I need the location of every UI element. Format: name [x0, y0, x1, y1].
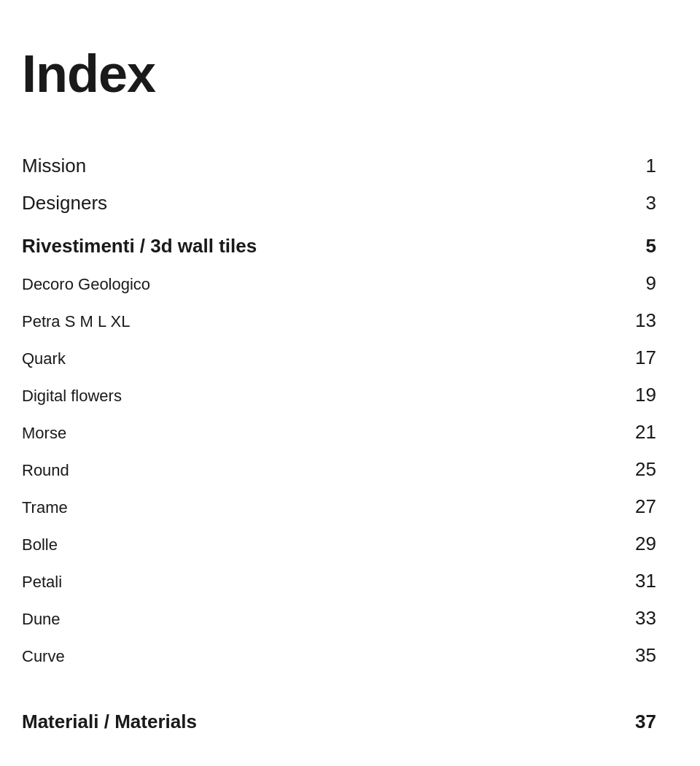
entry-label-digital-flowers: Digital flowers	[22, 387, 122, 406]
entry-label-designers: Designers	[22, 192, 107, 214]
entry-page-rivestimenti: 5	[627, 235, 656, 258]
entry-page-petra: 13	[627, 309, 656, 332]
index-entry-quark: Quark 17	[22, 339, 656, 376]
entry-label-petra: Petra S M L XL	[22, 312, 130, 331]
entry-page-mission: 1	[627, 155, 656, 177]
index-entry-digital-flowers: Digital flowers 19	[22, 376, 656, 414]
index-entry-trame: Trame 27	[22, 488, 656, 525]
entry-label-trame: Trame	[22, 498, 68, 517]
entry-label-dune: Dune	[22, 610, 61, 629]
entry-page-decoro-geologico: 9	[627, 272, 656, 295]
entry-page-digital-flowers: 19	[627, 384, 656, 406]
entry-label-bolle: Bolle	[22, 535, 58, 554]
entry-page-trame: 27	[627, 495, 656, 518]
entry-label-rivestimenti: Rivestimenti / 3d wall tiles	[22, 235, 257, 258]
index-entry-designers: Designers 3	[22, 185, 656, 222]
index-table: Mission 1 Designers 3 Rivestimenti / 3d …	[22, 147, 656, 740]
entry-label-petali: Petali	[22, 573, 62, 592]
entry-page-quark: 17	[627, 347, 656, 369]
entry-page-petali: 31	[627, 570, 656, 592]
index-entry-morse: Morse 21	[22, 414, 656, 451]
entry-page-morse: 21	[627, 421, 656, 444]
entry-label-decoro-geologico: Decoro Geologico	[22, 275, 150, 294]
index-entry-materiali: Materiali / Materials 37	[22, 703, 656, 740]
entry-page-dune: 33	[627, 607, 656, 630]
index-entry-rivestimenti: Rivestimenti / 3d wall tiles 5	[22, 222, 656, 265]
entry-label-round: Round	[22, 461, 69, 480]
index-entry-curve: Curve 35	[22, 637, 656, 674]
entry-page-designers: 3	[627, 192, 656, 214]
entry-page-bolle: 29	[627, 533, 656, 555]
index-entry-mission: Mission 1	[22, 147, 656, 185]
entry-page-materiali: 37	[627, 711, 656, 733]
index-entry-dune: Dune 33	[22, 600, 656, 637]
index-entry-petali: Petali 31	[22, 562, 656, 600]
entry-label-materiali: Materiali / Materials	[22, 711, 197, 733]
index-entry-round: Round 25	[22, 451, 656, 488]
entry-label-curve: Curve	[22, 647, 65, 666]
entry-page-curve: 35	[627, 644, 656, 667]
entry-label-morse: Morse	[22, 424, 66, 443]
entry-page-round: 25	[627, 458, 656, 481]
page-title: Index	[22, 44, 656, 104]
entry-label-quark: Quark	[22, 349, 66, 368]
index-entry-decoro-geologico: Decoro Geologico 9	[22, 265, 656, 302]
index-entry-bolle: Bolle 29	[22, 525, 656, 562]
entry-label-mission: Mission	[22, 155, 86, 177]
index-entry-petra: Petra S M L XL 13	[22, 302, 656, 339]
